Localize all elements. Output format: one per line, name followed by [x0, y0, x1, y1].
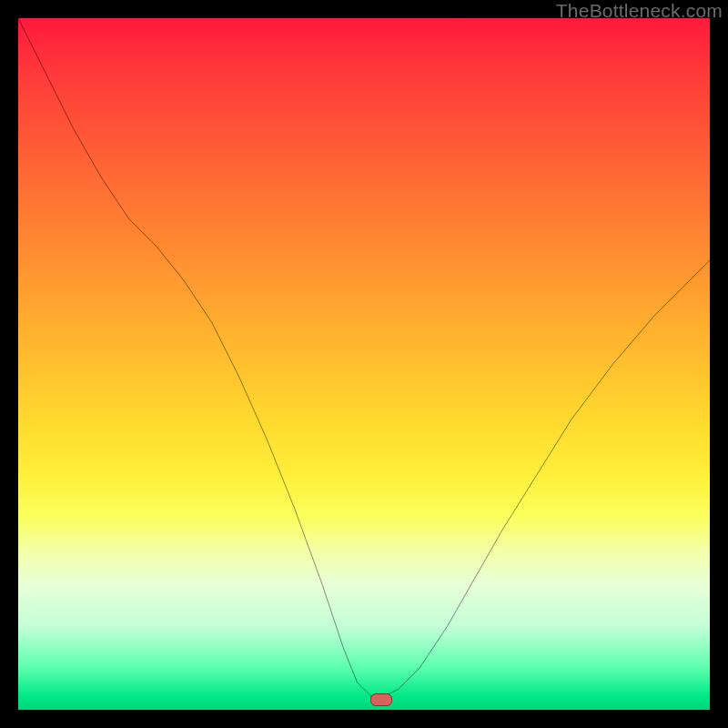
bottleneck-curve	[18, 18, 710, 710]
plot-area	[18, 18, 710, 710]
chart-frame: TheBottleneck.com	[0, 0, 728, 728]
curve-path	[18, 18, 710, 696]
min-marker	[370, 693, 392, 706]
